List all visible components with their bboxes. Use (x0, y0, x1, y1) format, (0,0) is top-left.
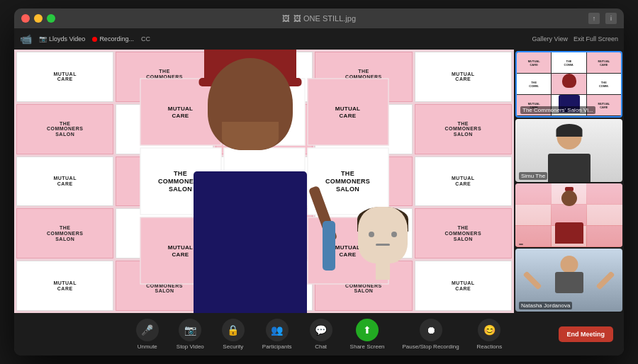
mute-icon: 🎤 (136, 319, 159, 341)
fullscreen-btn[interactable]: Exit Full Screen (573, 35, 618, 42)
maximize-button[interactable] (47, 14, 55, 23)
chat-button[interactable]: 💬 Chat (310, 319, 332, 350)
mute-button[interactable]: 🎤 Unmute (136, 319, 159, 350)
window-title: 🖼 🖼 ONE STILL.jpg (282, 14, 356, 23)
tile: THECOMMONERSSALON (16, 208, 113, 258)
head (208, 58, 293, 150)
close-button[interactable] (21, 14, 30, 23)
thumb-tile (515, 205, 551, 225)
participant-thumb-2[interactable]: Simu The (515, 119, 622, 183)
security-icon: 🔒 (222, 319, 245, 341)
content-area: MUTUALCARE THECOMMONERSSALON MUTUALCARE … (14, 50, 624, 313)
shirt (194, 171, 307, 313)
thumb-tile: THECOMM. (587, 74, 621, 94)
participant-thumb-3[interactable] (515, 183, 622, 247)
title-bar: 🖼 🖼 ONE STILL.jpg ↑ i (14, 8, 624, 28)
video-label: Stop Video (177, 343, 204, 350)
file-icon: 🖼 (282, 14, 290, 23)
mannequin-head-prop (351, 207, 415, 292)
participants-button[interactable]: 👥 Participants (262, 319, 292, 350)
bottle (323, 221, 335, 271)
recording-item[interactable]: Recording... (92, 35, 134, 42)
participant-thumb-1[interactable]: MUTUALCARE THECOMM. MUTUALCARE THECOMM. … (515, 51, 622, 118)
participants-icon: 👥 (266, 319, 289, 341)
mac-window: 🖼 🖼 ONE STILL.jpg ↑ i 📹 📷 Lloyds Video R… (14, 8, 624, 356)
security-button[interactable]: 🔒 Security (222, 319, 245, 350)
end-meeting-button[interactable]: End Meeting (559, 326, 614, 342)
tile: MUTUALCARE (16, 261, 113, 311)
record-button[interactable]: ⏺ Pause/Stop Recording (403, 319, 459, 350)
bottom-toolbar: 🎤 Unmute 📷 Stop Video 🔒 Security 👥 Parti… (14, 313, 624, 356)
reactions-label: Reactions (477, 343, 503, 350)
reactions-button[interactable]: 😊 Reactions (477, 319, 503, 350)
zoom-logo: 📹 (20, 33, 32, 45)
mannequin-face (358, 207, 408, 263)
thumb-tile: THECOMM. (552, 52, 586, 73)
participant-name-3 (519, 244, 523, 245)
record-label: Pause/Stop Recording (403, 343, 459, 350)
share-icon[interactable]: ↑ (588, 13, 600, 24)
tile: MUTUALCARE (415, 52, 512, 102)
participants-label: Participants (262, 343, 292, 350)
security-label: Security (223, 343, 243, 350)
tile: MUTUALCARE (415, 261, 512, 311)
thumb-tile (587, 183, 622, 204)
share-screen-icon: ⬆ (356, 319, 379, 341)
thumb-tile (515, 183, 551, 204)
toolbar-right-controls: Gallery View Exit Full Screen (532, 35, 618, 42)
minimize-button[interactable] (34, 14, 43, 23)
tile: THECOMMONERSSALON (415, 208, 512, 258)
video-button[interactable]: 📷 Stop Video (177, 319, 204, 350)
main-participant-video (151, 50, 349, 313)
thumb-tile: MUTUALCARE (517, 52, 551, 73)
title-bar-controls: ↑ i (588, 13, 617, 24)
lloyds-video-item[interactable]: 📷 Lloyds Video (39, 35, 85, 42)
thumb-video-3 (515, 183, 622, 247)
tile: MUTUALCARE (16, 157, 113, 207)
chat-label: Chat (315, 343, 327, 350)
traffic-lights (21, 14, 55, 23)
info-icon[interactable]: i (605, 13, 617, 24)
thumb-tile: MUTUALCARE (587, 52, 621, 73)
participant-name-4: Natasha Jordanova (519, 302, 572, 309)
mute-label: Unmute (138, 343, 157, 350)
thumb-tile (587, 205, 622, 225)
chat-icon: 💬 (310, 319, 332, 341)
cc-item[interactable]: CC (141, 35, 150, 42)
tile: MUTUALCARE (16, 52, 113, 102)
participant-name-1: The Commoners' Salon Vi... (520, 106, 595, 114)
recording-indicator (92, 37, 97, 42)
reactions-icon: 😊 (478, 319, 500, 341)
share-screen-button[interactable]: ⬆ Share Screen (350, 319, 385, 350)
tile: THECOMMONERSSALON (415, 104, 512, 154)
mannequin-neck (376, 262, 390, 280)
participant-name-2: Simu The (519, 172, 547, 180)
right-sidebar: MUTUALCARE THECOMM. MUTUALCARE THECOMM. … (514, 50, 624, 313)
zoom-toolbar: 📹 📷 Lloyds Video Recording... CC Gallery… (14, 28, 624, 50)
main-video: MUTUALCARE THECOMMONERSSALON MUTUALCARE … (14, 50, 514, 313)
tile: MUTUALCARE (415, 157, 512, 207)
participant-thumb-4[interactable]: Natasha Jordanova (515, 249, 622, 312)
gallery-view-btn[interactable]: Gallery View (532, 35, 568, 42)
share-screen-label: Share Screen (350, 343, 385, 350)
thumb-tile (587, 226, 622, 246)
video-icon: 📷 (179, 319, 201, 341)
tile: THECOMMONERSSALON (16, 104, 113, 154)
record-icon: ⏺ (420, 319, 442, 341)
thumb-tile: THECOMM. (517, 74, 551, 94)
